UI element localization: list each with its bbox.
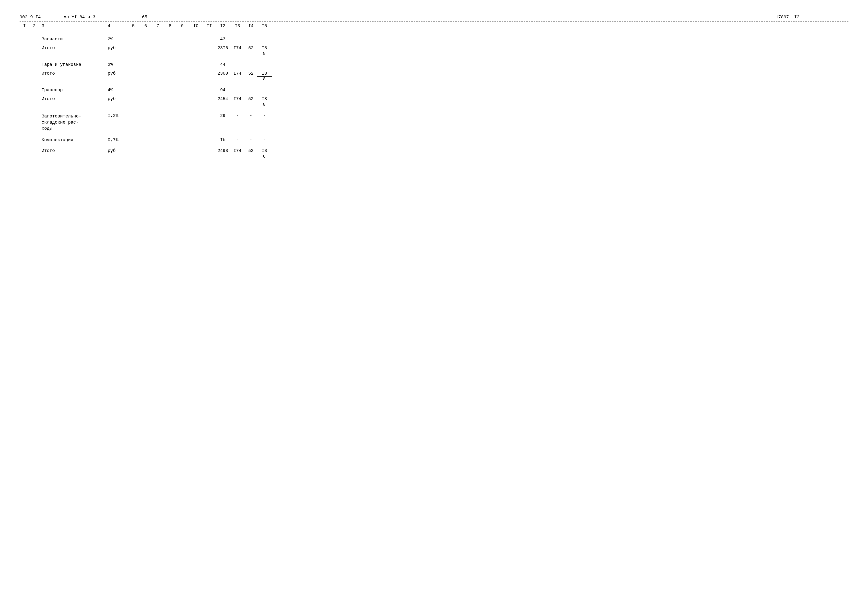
document-title: Ал.УI.84.ч.3 — [64, 15, 108, 20]
cell-r8-c12: Ib — [215, 137, 230, 142]
cell-r4-c14: 52 — [245, 71, 257, 76]
cell-r2-c15-top: I8 — [257, 46, 272, 51]
cell-r6-c14: 52 — [245, 96, 257, 101]
col-header-4: 4 — [108, 23, 127, 28]
cell-r4-c3: Итого — [39, 71, 108, 76]
row-tara: Тара и упаковка 2% 44 — [20, 60, 848, 67]
cell-r2-c15: I8 8 — [257, 46, 272, 56]
col-header-12: I2 — [215, 23, 230, 28]
col-header-1: I — [20, 23, 29, 28]
col-header-2: 2 — [29, 23, 39, 28]
row-itogo-4: Итого руб 2498 I74 52 I8 8 — [20, 146, 848, 160]
cell-r1-c12: 43 — [215, 37, 230, 41]
col-header-13: I3 — [230, 23, 245, 28]
col-header-15: I5 — [257, 23, 272, 28]
cell-r4-c15-bot: 8 — [263, 76, 266, 82]
cell-r2-c12: 23I6 — [215, 46, 230, 50]
document-number: 17897- I2 — [776, 15, 799, 20]
cell-r2-c14: 52 — [245, 46, 257, 50]
cell-r9-c3: Итого — [39, 148, 108, 153]
cell-r7-c3-line2: складские рас- — [42, 119, 108, 125]
cell-r3-c12: 44 — [215, 62, 230, 67]
row-itogo-1: Итого руб 23I6 I74 52 I8 8 — [20, 44, 848, 57]
cell-r8-c15: - — [257, 137, 272, 142]
cell-r1-c3: Запчасти — [39, 37, 108, 41]
cell-r6-c12: 2454 — [215, 96, 230, 101]
cell-r3-c3: Тара и упаковка — [39, 62, 108, 67]
col-header-10: IO — [189, 23, 203, 28]
row-zagotovitelno: Заготовительно- складские рас- ходы I,2%… — [20, 111, 848, 133]
page-number: 65 — [142, 15, 147, 20]
cell-r9-c14: 52 — [245, 148, 257, 153]
cell-r5-c3: Транспорт — [39, 88, 108, 93]
header-dashed-line-1 — [20, 21, 848, 22]
cell-r7-c4: I,2% — [108, 113, 127, 118]
cell-r5-c4: 4% — [108, 88, 127, 93]
row-itogo-3: Итого руб 2454 I74 52 I8 8 — [20, 95, 848, 108]
cell-r7-c3-line1: Заготовительно- — [42, 113, 108, 119]
row-itogo-2: Итого руб 2360 I74 52 I8 8 — [20, 69, 848, 82]
cell-r4-c13: I74 — [230, 71, 245, 76]
cell-r9-c4: руб — [108, 148, 127, 153]
col-header-14: I4 — [245, 23, 257, 28]
cell-r8-c14: - — [245, 137, 257, 142]
cell-r7-c3-line3: ходы — [42, 125, 108, 132]
cell-r4-c15-top: I8 — [257, 71, 272, 76]
cell-r6-c15-bot: 8 — [263, 102, 266, 107]
cell-r6-c4: руб — [108, 96, 127, 101]
cell-r8-c3: Комплектация — [39, 137, 108, 142]
cell-r6-c15: I8 8 — [257, 96, 272, 107]
col-header-5: 5 — [127, 23, 140, 28]
cell-r2-c4: руб — [108, 46, 127, 50]
header-row: 902-9-I4 Ал.УI.84.ч.3 65 17897- I2 — [20, 15, 848, 20]
cell-r7-c14: - — [245, 113, 257, 118]
table-body: Запчасти 2% 43 Итого руб 23I6 I74 52 I8 — [20, 31, 848, 160]
col-header-3: 3 — [39, 23, 108, 28]
cell-r9-c15: I8 8 — [257, 148, 272, 159]
cell-r3-c4: 2% — [108, 62, 127, 67]
cell-r1-c4: 2% — [108, 37, 127, 41]
cell-r7-c3: Заготовительно- складские рас- ходы — [39, 113, 108, 132]
col-header-7: 7 — [152, 23, 164, 28]
header-dashed-line-2 — [20, 30, 848, 31]
cell-r8-c13: - — [230, 137, 245, 142]
cell-r2-c15-bot: 8 — [263, 51, 266, 56]
column-headers-row: I 2 3 4 5 6 7 8 9 IO II I2 I3 I4 I5 — [20, 23, 848, 29]
row-transport: Транспорт 4% 94 — [20, 85, 848, 93]
cell-r7-c13: - — [230, 113, 245, 118]
cell-r9-c12: 2498 — [215, 148, 230, 153]
cell-r2-c3: Итого — [39, 46, 108, 50]
header-section: 902-9-I4 Ал.УI.84.ч.3 65 17897- I2 I 2 3… — [20, 15, 848, 31]
row-komplektaciya: Комплектация 0,7% Ib - - - — [20, 136, 848, 143]
cell-r6-c3: Итого — [39, 96, 108, 101]
row-zapchasti: Запчасти 2% 43 — [20, 35, 848, 42]
col-header-9: 9 — [176, 23, 189, 28]
cell-r4-c4: руб — [108, 71, 127, 76]
cell-r5-c12: 94 — [215, 88, 230, 93]
col-header-11: II — [203, 23, 215, 28]
cell-r6-c15-top: I8 — [257, 96, 272, 102]
document-code: 902-9-I4 — [20, 15, 49, 20]
cell-r9-c13: I74 — [230, 148, 245, 153]
cell-r6-c13: I74 — [230, 96, 245, 101]
cell-r8-c4: 0,7% — [108, 137, 127, 142]
cell-r9-c15-top: I8 — [257, 148, 272, 154]
cell-r7-c15: - — [257, 113, 272, 118]
cell-r2-c13: I74 — [230, 46, 245, 50]
col-header-8: 8 — [164, 23, 176, 28]
col-header-6: 6 — [140, 23, 152, 28]
cell-r9-c15-bot: 8 — [263, 154, 266, 159]
cell-r4-c15: I8 8 — [257, 71, 272, 82]
cell-r4-c12: 2360 — [215, 71, 230, 76]
cell-r7-c12: 29 — [215, 113, 230, 118]
